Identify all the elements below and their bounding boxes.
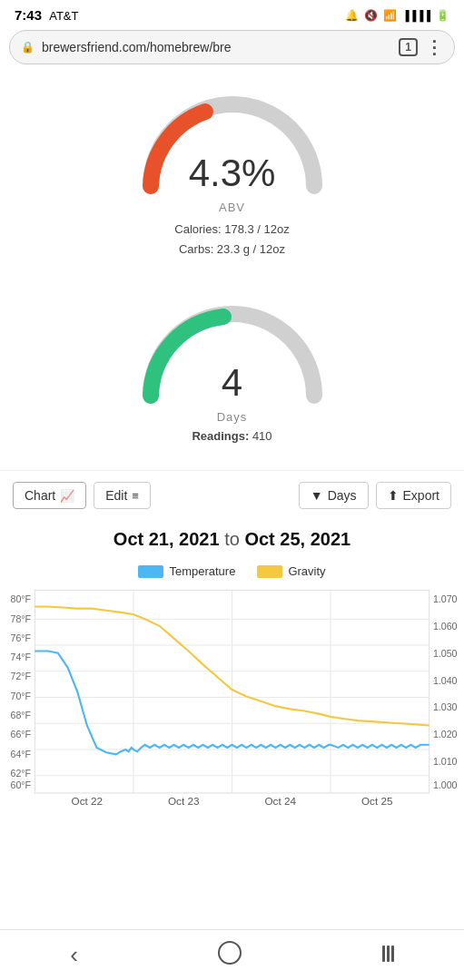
abv-stats: Calories: 178.3 / 12oz Carbs: 23.3 g / 1… — [174, 220, 289, 260]
chart-legend: Temperature Gravity — [0, 564, 464, 578]
temperature-legend: Temperature — [138, 564, 235, 578]
gravity-label: Gravity — [288, 564, 325, 578]
alarm-icon: 🔔 — [345, 9, 359, 22]
chart-svg-wrapper: 80°F 78°F 76°F 74°F 72°F 70°F 68°F 66°F … — [0, 585, 464, 808]
abv-value: 4.3% — [189, 152, 276, 195]
svg-text:Oct 25: Oct 25 — [361, 795, 393, 807]
battery-icon: 🔋 — [436, 9, 449, 22]
svg-text:1.000: 1.000 — [433, 779, 458, 790]
abv-gauge: 4.3% — [133, 86, 332, 195]
export-button[interactable]: ⬆ Export — [376, 482, 451, 509]
days-filter-label: Days — [328, 488, 357, 503]
edit-button[interactable]: Edit ≡ — [94, 482, 151, 509]
recent-apps-button[interactable] — [360, 936, 416, 975]
export-icon: ⬆ — [388, 488, 399, 503]
home-button[interactable] — [196, 934, 263, 977]
temperature-label: Temperature — [169, 564, 235, 578]
svg-text:62°F: 62°F — [11, 768, 32, 779]
edit-icon: ≡ — [132, 489, 139, 503]
readings-label: Readings: — [192, 429, 249, 443]
svg-text:1.060: 1.060 — [433, 621, 458, 632]
svg-text:66°F: 66°F — [11, 729, 32, 740]
chart-label: Chart — [25, 488, 55, 503]
svg-text:70°F: 70°F — [11, 691, 32, 701]
chart-area: Temperature Gravity 80°F 78°F 76°F 74°F … — [0, 564, 464, 817]
status-time: 7:43 AT&T — [15, 7, 78, 23]
chart-button[interactable]: Chart 📈 — [13, 482, 86, 509]
date-range: Oct 21, 2021 to Oct 25, 2021 — [0, 520, 464, 564]
svg-text:1.030: 1.030 — [433, 702, 458, 713]
svg-text:Oct 22: Oct 22 — [72, 795, 103, 807]
wifi-icon: 📶 — [383, 9, 397, 22]
days-section: 4 Days Readings: 410 — [0, 269, 464, 452]
svg-text:64°F: 64°F — [11, 749, 32, 760]
svg-text:Oct 24: Oct 24 — [264, 795, 296, 807]
svg-text:80°F: 80°F — [11, 593, 32, 604]
days-stats: Readings: 410 — [192, 429, 271, 443]
bottom-nav: ‹ — [0, 929, 464, 980]
mute-icon: 🔇 — [364, 9, 378, 22]
chart-svg: 80°F 78°F 76°F 74°F 72°F 70°F 68°F 66°F … — [0, 585, 464, 808]
svg-text:68°F: 68°F — [11, 710, 32, 720]
tab-count[interactable]: 1 — [399, 38, 418, 56]
status-icons: 🔔 🔇 📶 ▐▐▐▐ 🔋 — [345, 9, 449, 22]
home-icon — [218, 941, 242, 965]
export-label: Export — [403, 488, 439, 503]
readings-value: 410 — [252, 429, 272, 443]
main-content: 4.3% ABV Calories: 178.3 / 12oz Carbs: 2… — [0, 68, 464, 889]
address-bar[interactable]: 🔒 brewersfriend.com/homebrew/bre 1 ⋮ — [9, 30, 455, 64]
filter-button[interactable]: ▼ Days — [299, 482, 369, 509]
svg-text:1.010: 1.010 — [433, 756, 458, 767]
gravity-legend: Gravity — [257, 564, 325, 578]
svg-text:72°F: 72°F — [11, 671, 32, 682]
svg-text:1.050: 1.050 — [433, 648, 458, 659]
days-gauge: 4 — [133, 296, 332, 405]
url-text[interactable]: brewersfriend.com/homebrew/bre — [42, 40, 391, 54]
edit-label: Edit — [105, 488, 127, 503]
date-separator: to — [224, 529, 244, 549]
recent-apps-icon — [382, 946, 394, 962]
days-value: 4 — [222, 361, 242, 405]
svg-text:1.020: 1.020 — [433, 729, 458, 740]
date-from: Oct 21, 2021 — [114, 529, 220, 549]
svg-text:1.070: 1.070 — [433, 593, 458, 604]
chart-toolbar: Chart 📈 Edit ≡ ▼ Days ⬆ Export — [0, 470, 464, 520]
chart-icon: 📈 — [60, 489, 74, 503]
svg-text:76°F: 76°F — [11, 632, 32, 643]
svg-text:Oct 23: Oct 23 — [168, 795, 199, 807]
svg-text:74°F: 74°F — [11, 652, 32, 662]
carbs-stat: Carbs: 23.3 g / 12oz — [174, 240, 289, 260]
temperature-color-swatch — [138, 565, 163, 578]
status-bar: 7:43 AT&T 🔔 🔇 📶 ▐▐▐▐ 🔋 — [0, 0, 464, 26]
days-label: Days — [217, 410, 248, 424]
abv-section: 4.3% ABV Calories: 178.3 / 12oz Carbs: 2… — [0, 68, 464, 269]
abv-label: ABV — [219, 201, 245, 214]
date-to: Oct 25, 2021 — [244, 529, 350, 549]
lock-icon: 🔒 — [21, 41, 35, 54]
gravity-color-swatch — [257, 565, 282, 578]
svg-text:78°F: 78°F — [11, 613, 32, 624]
back-icon: ‹ — [70, 941, 78, 968]
menu-dots[interactable]: ⋮ — [425, 36, 443, 58]
calories-stat: Calories: 178.3 / 12oz — [174, 220, 289, 240]
svg-text:1.040: 1.040 — [433, 675, 458, 686]
back-button[interactable]: ‹ — [48, 934, 100, 976]
signal-icon: ▐▐▐▐ — [402, 10, 430, 21]
svg-text:60°F: 60°F — [11, 779, 32, 790]
filter-icon: ▼ — [311, 488, 323, 503]
